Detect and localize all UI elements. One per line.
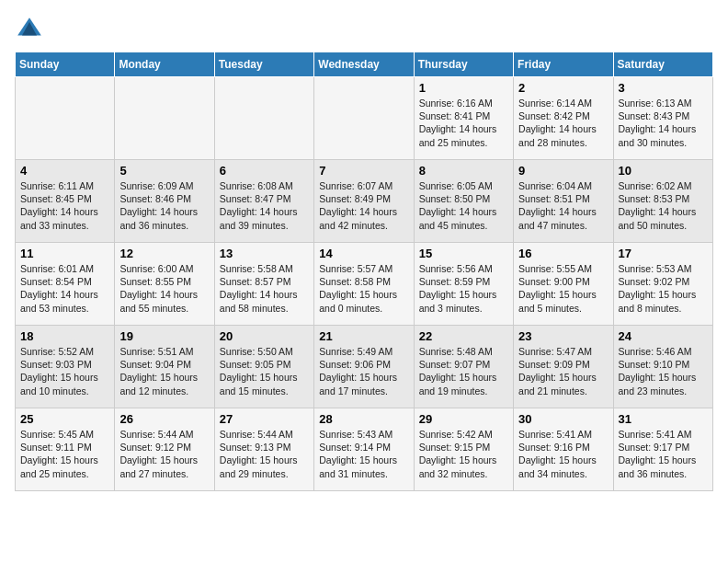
day-detail: Sunrise: 6:04 AM Sunset: 8:51 PM Dayligh… (518, 179, 608, 232)
week-row-5: 25Sunrise: 5:45 AM Sunset: 9:11 PM Dayli… (16, 408, 713, 491)
calendar-cell: 8Sunrise: 6:05 AM Sunset: 8:50 PM Daylig… (414, 160, 513, 243)
weekday-header-thursday: Thursday (414, 52, 513, 77)
day-detail: Sunrise: 5:52 AM Sunset: 9:03 PM Dayligh… (20, 345, 109, 397)
weekday-header-monday: Monday (115, 52, 214, 77)
day-number: 27 (220, 412, 309, 426)
day-number: 21 (319, 329, 408, 343)
day-detail: Sunrise: 5:53 AM Sunset: 9:02 PM Dayligh… (619, 262, 708, 315)
day-number: 7 (319, 164, 408, 178)
day-number: 24 (619, 329, 708, 343)
day-number: 23 (518, 329, 608, 343)
day-detail: Sunrise: 5:41 AM Sunset: 9:16 PM Dayligh… (518, 428, 608, 480)
day-detail: Sunrise: 5:46 AM Sunset: 9:10 PM Dayligh… (619, 345, 708, 397)
calendar-cell: 30Sunrise: 5:41 AM Sunset: 9:16 PM Dayli… (514, 408, 613, 491)
day-number: 16 (518, 247, 608, 260)
calendar-cell: 20Sunrise: 5:50 AM Sunset: 9:05 PM Dayli… (214, 326, 313, 408)
day-detail: Sunrise: 6:01 AM Sunset: 8:54 PM Dayligh… (20, 262, 109, 315)
week-row-4: 18Sunrise: 5:52 AM Sunset: 9:03 PM Dayli… (16, 326, 713, 408)
day-detail: Sunrise: 5:44 AM Sunset: 9:13 PM Dayligh… (220, 428, 309, 480)
day-number: 15 (419, 247, 508, 260)
day-detail: Sunrise: 5:48 AM Sunset: 9:07 PM Dayligh… (419, 345, 508, 397)
calendar-cell: 3Sunrise: 6:13 AM Sunset: 8:43 PM Daylig… (613, 77, 712, 160)
logo-icon (15, 15, 44, 44)
calendar-cell: 31Sunrise: 5:41 AM Sunset: 9:17 PM Dayli… (613, 408, 712, 491)
day-detail: Sunrise: 5:45 AM Sunset: 9:11 PM Dayligh… (20, 428, 109, 480)
day-detail: Sunrise: 5:57 AM Sunset: 8:58 PM Dayligh… (319, 262, 408, 315)
day-number: 5 (119, 164, 209, 178)
calendar-table: SundayMondayTuesdayWednesdayThursdayFrid… (15, 52, 713, 491)
weekday-header-sunday: Sunday (16, 52, 115, 77)
calendar-cell: 7Sunrise: 6:07 AM Sunset: 8:49 PM Daylig… (314, 160, 414, 243)
day-number: 1 (419, 81, 508, 95)
day-detail: Sunrise: 6:07 AM Sunset: 8:49 PM Dayligh… (319, 179, 408, 232)
calendar-cell (16, 77, 115, 160)
day-detail: Sunrise: 6:00 AM Sunset: 8:55 PM Dayligh… (119, 262, 209, 315)
calendar-cell: 26Sunrise: 5:44 AM Sunset: 9:12 PM Dayli… (115, 408, 214, 491)
week-row-3: 11Sunrise: 6:01 AM Sunset: 8:54 PM Dayli… (16, 243, 713, 326)
week-row-1: 1Sunrise: 6:16 AM Sunset: 8:41 PM Daylig… (16, 77, 713, 160)
day-detail: Sunrise: 6:09 AM Sunset: 8:46 PM Dayligh… (119, 179, 209, 232)
day-number: 30 (518, 412, 608, 426)
day-detail: Sunrise: 6:08 AM Sunset: 8:47 PM Dayligh… (220, 179, 309, 232)
calendar-cell: 13Sunrise: 5:58 AM Sunset: 8:57 PM Dayli… (214, 243, 313, 326)
day-number: 18 (20, 329, 109, 343)
logo (15, 15, 48, 44)
day-detail: Sunrise: 5:41 AM Sunset: 9:17 PM Dayligh… (619, 428, 708, 480)
day-number: 2 (518, 81, 608, 95)
calendar-cell: 9Sunrise: 6:04 AM Sunset: 8:51 PM Daylig… (514, 160, 613, 243)
day-number: 6 (220, 164, 309, 178)
day-number: 25 (20, 412, 109, 426)
day-number: 19 (119, 329, 209, 343)
weekday-header-tuesday: Tuesday (214, 52, 313, 77)
day-number: 17 (619, 247, 708, 260)
day-number: 12 (119, 247, 209, 260)
day-detail: Sunrise: 6:14 AM Sunset: 8:42 PM Dayligh… (518, 97, 608, 149)
calendar-cell (115, 77, 214, 160)
day-number: 14 (319, 247, 408, 260)
calendar-cell: 6Sunrise: 6:08 AM Sunset: 8:47 PM Daylig… (214, 160, 313, 243)
day-number: 3 (619, 81, 708, 95)
calendar-cell: 11Sunrise: 6:01 AM Sunset: 8:54 PM Dayli… (16, 243, 115, 326)
weekday-header-row: SundayMondayTuesdayWednesdayThursdayFrid… (16, 52, 713, 77)
day-detail: Sunrise: 5:44 AM Sunset: 9:12 PM Dayligh… (119, 428, 209, 480)
calendar-cell: 24Sunrise: 5:46 AM Sunset: 9:10 PM Dayli… (613, 326, 712, 408)
day-detail: Sunrise: 6:16 AM Sunset: 8:41 PM Dayligh… (419, 97, 508, 149)
day-number: 10 (619, 164, 708, 178)
calendar-cell: 10Sunrise: 6:02 AM Sunset: 8:53 PM Dayli… (613, 160, 712, 243)
calendar-cell: 12Sunrise: 6:00 AM Sunset: 8:55 PM Dayli… (115, 243, 214, 326)
calendar-cell: 25Sunrise: 5:45 AM Sunset: 9:11 PM Dayli… (16, 408, 115, 491)
calendar-cell: 18Sunrise: 5:52 AM Sunset: 9:03 PM Dayli… (16, 326, 115, 408)
day-number: 20 (220, 329, 309, 343)
calendar-cell: 2Sunrise: 6:14 AM Sunset: 8:42 PM Daylig… (514, 77, 613, 160)
week-row-2: 4Sunrise: 6:11 AM Sunset: 8:45 PM Daylig… (16, 160, 713, 243)
day-detail: Sunrise: 6:13 AM Sunset: 8:43 PM Dayligh… (619, 97, 708, 149)
day-detail: Sunrise: 5:43 AM Sunset: 9:14 PM Dayligh… (319, 428, 408, 480)
day-detail: Sunrise: 5:51 AM Sunset: 9:04 PM Dayligh… (119, 345, 209, 397)
calendar-cell: 21Sunrise: 5:49 AM Sunset: 9:06 PM Dayli… (314, 326, 414, 408)
day-number: 9 (518, 164, 608, 178)
calendar-cell: 19Sunrise: 5:51 AM Sunset: 9:04 PM Dayli… (115, 326, 214, 408)
day-number: 22 (419, 329, 508, 343)
day-detail: Sunrise: 6:11 AM Sunset: 8:45 PM Dayligh… (20, 179, 109, 232)
calendar-cell: 17Sunrise: 5:53 AM Sunset: 9:02 PM Dayli… (613, 243, 712, 326)
day-number: 26 (119, 412, 209, 426)
calendar-cell: 16Sunrise: 5:55 AM Sunset: 9:00 PM Dayli… (514, 243, 613, 326)
day-detail: Sunrise: 6:05 AM Sunset: 8:50 PM Dayligh… (419, 179, 508, 232)
calendar-cell: 14Sunrise: 5:57 AM Sunset: 8:58 PM Dayli… (314, 243, 414, 326)
calendar-cell (314, 77, 414, 160)
calendar-cell: 4Sunrise: 6:11 AM Sunset: 8:45 PM Daylig… (16, 160, 115, 243)
calendar-cell: 23Sunrise: 5:47 AM Sunset: 9:09 PM Dayli… (514, 326, 613, 408)
day-detail: Sunrise: 5:55 AM Sunset: 9:00 PM Dayligh… (518, 262, 608, 315)
weekday-header-wednesday: Wednesday (314, 52, 414, 77)
weekday-header-saturday: Saturday (613, 52, 712, 77)
calendar-cell: 22Sunrise: 5:48 AM Sunset: 9:07 PM Dayli… (414, 326, 513, 408)
calendar-cell: 29Sunrise: 5:42 AM Sunset: 9:15 PM Dayli… (414, 408, 513, 491)
calendar-cell: 15Sunrise: 5:56 AM Sunset: 8:59 PM Dayli… (414, 243, 513, 326)
day-number: 8 (419, 164, 508, 178)
day-detail: Sunrise: 5:47 AM Sunset: 9:09 PM Dayligh… (518, 345, 608, 397)
calendar-cell: 5Sunrise: 6:09 AM Sunset: 8:46 PM Daylig… (115, 160, 214, 243)
day-detail: Sunrise: 5:58 AM Sunset: 8:57 PM Dayligh… (220, 262, 309, 315)
day-number: 13 (220, 247, 309, 260)
day-number: 31 (619, 412, 708, 426)
page-header (15, 15, 713, 44)
